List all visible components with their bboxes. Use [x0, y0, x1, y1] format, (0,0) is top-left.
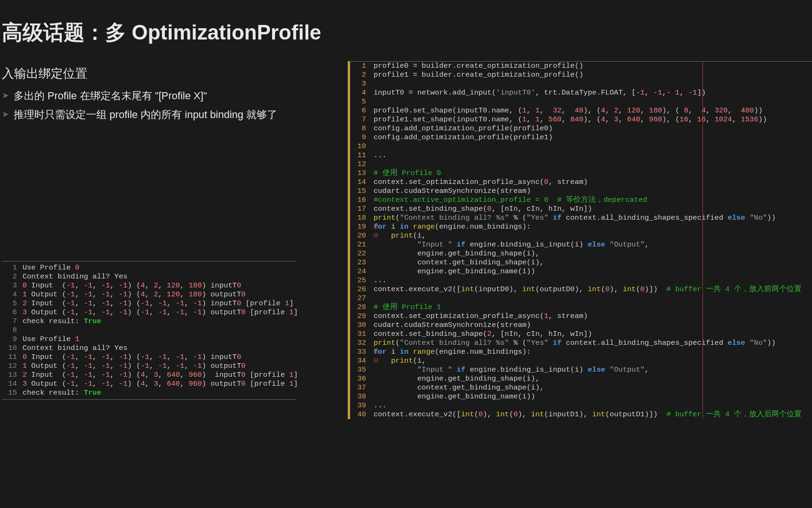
source-line: 29context.set_optimization_profile_async… — [350, 312, 812, 321]
source-line: 37 context.get_binding_shape(i), — [350, 383, 812, 392]
output-line: 132 Input (-1, -1, -1, -1) (4, 3, 640, 9… — [2, 371, 296, 380]
source-line: 39... — [350, 401, 812, 410]
bullet-icon: ➤ — [2, 89, 9, 102]
source-line: 5 — [350, 97, 812, 106]
source-line: 33⊟for i in range(engine.num_bindings): — [350, 348, 812, 357]
source-line: 15cudart.cudaStreamSynchronize(stream) — [350, 187, 812, 196]
source-line: 22 engine.get_binding_shape(i), — [350, 249, 812, 258]
source-line: 24 engine.get_binding_name(i)) — [350, 267, 812, 276]
source-line: 2profile1 = builder.create_optimization_… — [350, 71, 812, 79]
source-line: 3 — [350, 79, 812, 88]
output-line: 15check result: True — [2, 389, 296, 397]
source-line: 4inputT0 = network.add_input('inputT0', … — [350, 88, 812, 97]
source-line: 35 "Input " if engine.binding_is_input(i… — [350, 365, 812, 374]
source-line: 10 — [350, 142, 812, 151]
source-line: 11... — [350, 151, 812, 160]
bullet-item: ➤ 推理时只需设定一组 profile 内的所有 input binding 就… — [2, 108, 338, 122]
source-line: 32print("Context binding all? %s" % ("Ye… — [350, 339, 812, 348]
output-line: 10Context binding all? Yes — [2, 344, 296, 353]
source-line: 18print("Context binding all? %s" % ("Ye… — [350, 214, 812, 222]
source-line: 36 engine.get_binding_shape(i), — [350, 374, 812, 383]
output-line: 121 Output (-1, -1, -1, -1) (-1, -1, -1,… — [2, 362, 296, 371]
source-line: 25... — [350, 276, 812, 285]
source-line: 19⊟for i in range(engine.num_bindings): — [350, 222, 812, 231]
source-code-panel: 1profile0 = builder.create_optimization_… — [348, 61, 812, 419]
source-line: 6profile0.set_shape(inputT0.name, (1, 1,… — [350, 106, 812, 115]
source-line: 1profile0 = builder.create_optimization_… — [350, 62, 812, 71]
bullet-item: ➤ 多出的 Profile 在绑定名末尾有 "[Profile X]" — [2, 89, 338, 103]
page-title: 高级话题：多 OptimizationProfile — [2, 0, 338, 56]
source-line: 21 "Input " if engine.binding_is_input(i… — [350, 240, 812, 249]
source-line: 23 context.get_binding_shape(i), — [350, 258, 812, 267]
source-line: 26context.execute_v2([int(inputD0), int(… — [350, 285, 812, 294]
source-line: 27 — [350, 294, 812, 303]
source-line: 28# 使用 Profile 1 — [350, 303, 812, 312]
output-line: 1Use Profile 0 — [2, 263, 296, 272]
subtitle: 入输出绑定位置 — [2, 65, 338, 82]
source-line: 16#context.active_optimization_profile =… — [350, 196, 812, 205]
output-line: 30 Input (-1, -1, -1, -1) (4, 2, 120, 18… — [2, 281, 296, 290]
output-line: 2Context binding all? Yes — [2, 272, 296, 281]
source-line: 9config.add_optimization_profile(profile… — [350, 133, 812, 142]
source-line: 20⊟ print(i, — [350, 231, 812, 240]
source-line: 8config.add_optimization_profile(profile… — [350, 124, 812, 133]
source-line: 30cudart.cudaStreamSynchronize(stream) — [350, 321, 812, 330]
output-line: 52 Input (-1, -1, -1, -1) (-1, -1, -1, -… — [2, 299, 296, 308]
output-line: 110 Input (-1, -1, -1, -1) (-1, -1, -1, … — [2, 353, 296, 362]
bullet-text: 推理时只需设定一组 profile 内的所有 input binding 就够了 — [14, 108, 277, 122]
bullet-icon: ➤ — [2, 108, 9, 121]
output-line: 143 Output (-1, -1, -1, -1) (4, 3, 640, … — [2, 380, 296, 389]
output-line: 9Use Profile 1 — [2, 335, 296, 344]
source-line: 14context.set_optimization_profile_async… — [350, 178, 812, 187]
source-line: 17context.set_binding_shape(0, [nIn, cIn… — [350, 205, 812, 214]
source-line: 7profile1.set_shape(inputT0.name, (1, 1,… — [350, 115, 812, 124]
output-code-panel: 1Use Profile 02Context binding all? Yes3… — [2, 261, 296, 400]
output-line: 63 Output (-1, -1, -1, -1) (-1, -1, -1, … — [2, 308, 296, 317]
source-line: 12 — [350, 160, 812, 169]
bullet-text: 多出的 Profile 在绑定名末尾有 "[Profile X]" — [14, 89, 207, 103]
source-line: 38 engine.get_binding_name(i)) — [350, 392, 812, 401]
output-line: 7check result: True — [2, 317, 296, 326]
source-line: 31context.set_binding_shape(2, [nIn, cIn… — [350, 330, 812, 339]
output-line: 41 Output (-1, -1, -1, -1) (4, 2, 120, 1… — [2, 290, 296, 299]
output-line: 8 — [2, 326, 296, 335]
source-line: 40context.execute_v2([int(0), int(0), in… — [350, 410, 812, 419]
source-line: 34⊟ print(i, — [350, 357, 812, 365]
source-line: 13# 使用 Profile 0 — [350, 169, 812, 178]
